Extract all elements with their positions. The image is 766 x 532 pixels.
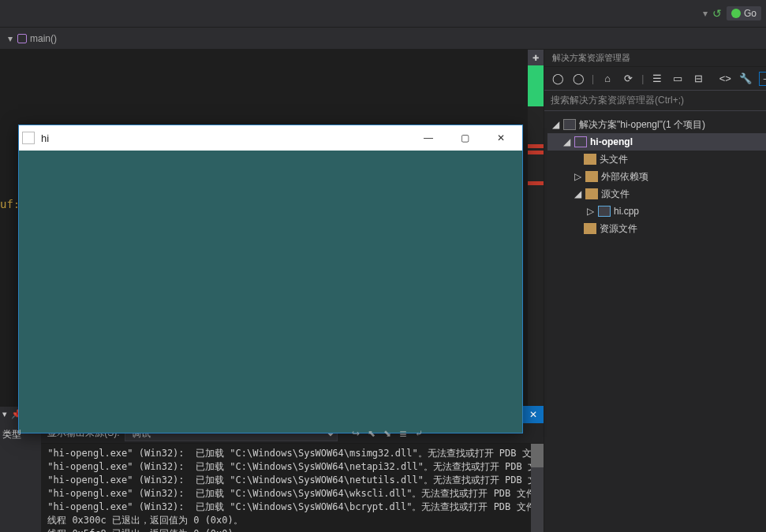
prev-icon[interactable]: ⬉: [368, 428, 376, 439]
add-row-button[interactable]: ✚: [528, 50, 544, 65]
editor-area[interactable]: uf: ✚ hi — ▢ ✕: [0, 50, 544, 406]
solution-label: 解决方案"hi-opengl"(1 个项目): [579, 118, 705, 132]
code-icon[interactable]: <>: [718, 72, 732, 86]
app-icon: [22, 132, 35, 144]
expand-icon[interactable]: ▷: [574, 171, 582, 182]
app-window-client[interactable]: [19, 151, 522, 433]
project-icon: [574, 136, 587, 147]
folder-icon: [584, 154, 596, 165]
panel-title: 解决方案资源管理器: [544, 50, 766, 67]
file-node-hicpp[interactable]: ▷ hi.cpp: [547, 203, 766, 220]
collapse-icon[interactable]: ⊟: [691, 72, 705, 86]
search-placeholder: 搜索解决方案资源管理器(Ctrl+;): [551, 94, 684, 107]
folder-node-resources[interactable]: 资源文件: [547, 220, 766, 237]
goto-icon[interactable]: ↪: [352, 428, 360, 439]
folder-label: 资源文件: [600, 222, 637, 236]
chevron-down-icon[interactable]: ▾: [8, 33, 13, 44]
se-search[interactable]: 搜索解决方案资源管理器(Ctrl+;): [544, 91, 766, 111]
expand-icon[interactable]: ◢: [563, 136, 571, 147]
breadcrumb[interactable]: ▾ main(): [0, 28, 766, 50]
expand-icon[interactable]: ◢: [552, 119, 560, 130]
scroll-marker-error: [528, 151, 544, 154]
folder-label: 外部依赖项: [601, 170, 648, 184]
close-button[interactable]: ✕: [483, 126, 519, 150]
app-window-titlebar[interactable]: hi — ▢ ✕: [19, 125, 522, 151]
output-text[interactable]: "hi-opengl.exe" (Win32): 已加载 "C:\Windows…: [41, 444, 544, 532]
folder-node-headers[interactable]: 头文件: [547, 151, 766, 168]
project-node[interactable]: ◢ hi-opengl: [547, 133, 766, 151]
solution-explorer: 解决方案资源管理器 ◯ ◯ | ⌂ ⟳ | ☰ ▭ ⊟ <> 🔧 – 搜索解决方…: [544, 50, 766, 532]
refresh-icon[interactable]: ⟳: [621, 72, 635, 86]
folder-icon: [585, 171, 598, 182]
project-label: hi-opengl: [590, 136, 633, 147]
expand-icon[interactable]: ▷: [587, 206, 595, 217]
sync-icon[interactable]: ↺: [712, 7, 722, 20]
scroll-marker-error: [528, 181, 544, 185]
minimize-button[interactable]: —: [410, 126, 447, 150]
type-label: 类型: [2, 428, 21, 441]
close-icon[interactable]: ✕: [529, 409, 537, 420]
solution-tree[interactable]: ◢ 解决方案"hi-opengl"(1 个项目) ◢ hi-opengl 头文件…: [544, 111, 766, 532]
back-icon[interactable]: ◯: [551, 72, 565, 86]
folder-node-external[interactable]: ▷ 外部依赖项: [547, 168, 766, 185]
folder-node-sources[interactable]: ◢ 源文件: [547, 185, 766, 203]
next-icon[interactable]: ⬊: [383, 428, 391, 439]
app-window-title: hi: [41, 132, 410, 144]
folder-label: 源文件: [601, 188, 630, 201]
vertical-scrollbar[interactable]: [528, 65, 544, 406]
wrap-icon[interactable]: ⤶: [415, 428, 423, 439]
app-window-hi[interactable]: hi — ▢ ✕: [18, 125, 523, 433]
fwd-icon[interactable]: ◯: [571, 72, 585, 86]
scroll-marker-error: [528, 144, 544, 148]
folder-label: 头文件: [600, 153, 628, 166]
editor-text: uf:: [0, 198, 20, 210]
breadcrumb-text: main(): [30, 33, 57, 44]
folder-icon: [585, 188, 598, 199]
dropdown-icon[interactable]: ▾: [2, 409, 7, 419]
top-toolbar: ▾ ↺ Go: [0, 0, 766, 28]
maximize-button[interactable]: ▢: [447, 126, 483, 150]
wrench-icon[interactable]: 🔧: [738, 72, 753, 86]
go-chip[interactable]: Go: [727, 6, 761, 20]
se-toolbar: ◯ ◯ | ⌂ ⟳ | ☰ ▭ ⊟ <> 🔧 –: [544, 67, 766, 91]
scroll-marker-changed: [528, 65, 544, 106]
output-scroll-thumb[interactable]: [531, 444, 544, 467]
go-label: Go: [744, 8, 757, 19]
showall-icon[interactable]: ▭: [671, 72, 685, 86]
solution-node[interactable]: ◢ 解决方案"hi-opengl"(1 个项目): [547, 116, 766, 133]
clear-icon[interactable]: ≣: [399, 428, 407, 439]
cpp-icon: [598, 206, 611, 217]
folder-icon: [584, 223, 596, 234]
sync-icon[interactable]: ☰: [650, 72, 664, 86]
function-icon: [17, 34, 27, 43]
file-label: hi.cpp: [614, 206, 639, 217]
minus-icon[interactable]: –: [759, 72, 766, 86]
output-scrollbar[interactable]: [531, 444, 544, 532]
expand-icon[interactable]: ◢: [574, 188, 582, 199]
home-icon[interactable]: ⌂: [600, 72, 615, 86]
go-circle-icon: [731, 9, 741, 18]
solution-icon: [563, 119, 576, 130]
